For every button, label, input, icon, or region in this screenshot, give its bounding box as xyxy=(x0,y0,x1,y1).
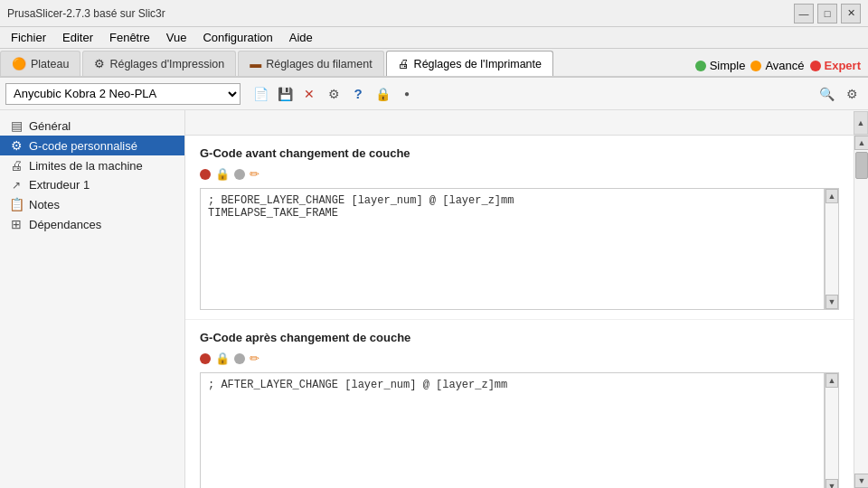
sidebar-item-extrudeur[interactable]: ↗ Extrudeur 1 xyxy=(0,175,184,194)
tab-impression[interactable]: ⚙ Réglages d'Impression xyxy=(82,51,236,76)
settings-icon[interactable]: ⚙ xyxy=(323,83,344,105)
tab-plateau-label: Plateau xyxy=(31,58,69,70)
section-after-layer: G-Code après changement de couche 🔒 ✏ ; … xyxy=(185,320,854,488)
tab-impression-label: Réglages d'Impression xyxy=(109,58,224,70)
code-scroll-up-before[interactable]: ▲ xyxy=(826,189,838,203)
section-after-code[interactable]: ; AFTER_LAYER_CHANGE [layer_num] @ [laye… xyxy=(200,372,825,488)
sidebar-item-gcode[interactable]: ⚙ G-code personnalisé xyxy=(0,136,184,155)
section-before-code[interactable]: ; BEFORE_LAYER_CHANGE [layer_num] @ [lay… xyxy=(200,188,825,310)
help-icon[interactable]: ? xyxy=(347,83,369,105)
section-before-layer: G-Code avant changement de couche 🔒 ✏ ; … xyxy=(185,136,854,320)
code-scrollbar-after: ▲ ▼ xyxy=(825,372,839,488)
minimize-button[interactable]: — xyxy=(794,4,814,23)
search-icon[interactable]: 🔍 xyxy=(816,83,837,105)
sidebar-label-general: Général xyxy=(29,119,71,133)
search-toolbar: 🔍 ⚙ xyxy=(816,83,863,105)
toolbar: Anycubic Kobra 2 Neo-PLA 📄 💾 ✕ ⚙ ? 🔒 ● 🔍… xyxy=(0,78,868,110)
section-after-gray-dot[interactable] xyxy=(234,353,245,364)
section-before-red-dot[interactable] xyxy=(200,169,211,180)
code-scroll-track-before xyxy=(826,203,838,295)
mode-avance-label: Avancé xyxy=(765,59,804,72)
delete-icon[interactable]: ✕ xyxy=(298,83,320,105)
sidebar-label-dependances: Dépendances xyxy=(29,218,101,231)
avance-dot xyxy=(750,61,761,71)
sidebar-item-dependances[interactable]: ⊞ Dépendances xyxy=(0,214,184,234)
scroll-up-arrow[interactable]: ▲ xyxy=(854,111,868,135)
limites-icon: 🖨 xyxy=(9,158,24,173)
app-title: PrusaSlicer-2.7.3 basé sur Slic3r xyxy=(7,7,165,20)
notes-icon: 📋 xyxy=(9,197,24,211)
menu-aide[interactable]: Aide xyxy=(282,29,320,46)
mode-simple-label: Simple xyxy=(710,59,746,72)
close-button[interactable]: ✕ xyxy=(841,4,861,23)
profile-select[interactable]: Anycubic Kobra 2 Neo-PLA xyxy=(5,83,241,105)
tab-filament-label: Réglages du filament xyxy=(266,58,372,70)
mode-simple[interactable]: Simple xyxy=(695,59,746,72)
section-after-lock[interactable]: 🔒 xyxy=(215,352,230,365)
tab-imprimante[interactable]: 🖨 Réglages de l'Imprimante xyxy=(386,51,553,76)
maximize-button[interactable]: □ xyxy=(817,4,837,23)
menu-fenetre[interactable]: Fenêtre xyxy=(102,29,157,46)
section-after-title: G-Code après changement de couche xyxy=(200,331,839,344)
section-before-code-wrapper: ; BEFORE_LAYER_CHANGE [layer_num] @ [lay… xyxy=(200,188,839,310)
toolbar-icons: 📄 💾 ✕ ⚙ ? 🔒 ● xyxy=(250,83,418,105)
right-panel: ▲ G-Code avant changement de couche 🔒 ✏ … xyxy=(185,110,868,488)
mode-expert-label: Expert xyxy=(825,59,861,72)
sidebar-item-notes[interactable]: 📋 Notes xyxy=(0,194,184,214)
code-scroll-up-after[interactable]: ▲ xyxy=(826,373,838,388)
expert-dot xyxy=(810,61,821,71)
code-scroll-track-after xyxy=(826,388,838,479)
tab-filament[interactable]: ▬ Réglages du filament xyxy=(238,51,383,76)
menu-fichier[interactable]: Fichier xyxy=(4,29,53,46)
sidebar-label-gcode: G-code personnalisé xyxy=(29,139,137,153)
main-scroll-down[interactable]: ▼ xyxy=(854,474,868,488)
main-scroll-up[interactable]: ▲ xyxy=(854,136,868,150)
section-before-gray-dot[interactable] xyxy=(234,169,245,180)
mode-bar: Simple Avancé Expert xyxy=(695,59,868,76)
tab-imprimante-label: Réglages de l'Imprimante xyxy=(414,58,542,70)
main-content: ▤ Général ⚙ G-code personnalisé 🖨 Limite… xyxy=(0,110,868,488)
sidebar-label-limites: Limites de la machine xyxy=(29,159,143,173)
extrudeur-icon: ↗ xyxy=(9,179,24,192)
main-scroll-track xyxy=(854,150,868,474)
main-scroll-thumb[interactable] xyxy=(855,152,868,179)
menu-bar: Fichier Editer Fenêtre Vue Configuration… xyxy=(0,27,868,49)
section-before-lock[interactable]: 🔒 xyxy=(215,167,230,181)
far-right-scrollbar: ▲ ▼ xyxy=(854,136,868,488)
sidebar-item-general[interactable]: ▤ Général xyxy=(0,116,184,136)
save-icon[interactable]: 💾 xyxy=(274,83,296,105)
section-before-edit[interactable]: ✏ xyxy=(250,167,259,181)
advanced-settings-icon[interactable]: ⚙ xyxy=(841,83,863,105)
sidebar-label-notes: Notes xyxy=(29,198,60,211)
code-scrollbar-before: ▲ ▼ xyxy=(825,188,839,310)
tab-plateau[interactable]: 🟠 Plateau xyxy=(0,51,80,76)
panel-content: G-Code avant changement de couche 🔒 ✏ ; … xyxy=(185,136,854,488)
menu-editer[interactable]: Editer xyxy=(55,29,100,46)
menu-configuration[interactable]: Configuration xyxy=(195,29,279,46)
section-before-controls: 🔒 ✏ xyxy=(200,167,839,181)
section-after-code-wrapper: ; AFTER_LAYER_CHANGE [layer_num] @ [laye… xyxy=(200,372,839,488)
mode-expert[interactable]: Expert xyxy=(810,59,861,72)
sidebar-item-limites[interactable]: 🖨 Limites de la machine xyxy=(0,155,184,175)
code-scroll-down-after[interactable]: ▼ xyxy=(826,479,838,488)
general-icon: ▤ xyxy=(9,118,24,133)
simple-dot xyxy=(695,61,706,71)
window-controls: — □ ✕ xyxy=(794,4,861,23)
mode-avance[interactable]: Avancé xyxy=(750,59,804,72)
sidebar-label-extrudeur: Extrudeur 1 xyxy=(29,178,90,192)
gcode-icon: ⚙ xyxy=(9,138,24,153)
code-scroll-down-before[interactable]: ▼ xyxy=(826,295,838,309)
sidebar: ▤ Général ⚙ G-code personnalisé 🖨 Limite… xyxy=(0,110,185,488)
section-after-controls: 🔒 ✏ xyxy=(200,352,839,365)
new-icon[interactable]: 📄 xyxy=(250,83,271,105)
tab-bar: 🟠 Plateau ⚙ Réglages d'Impression ▬ Régl… xyxy=(0,49,868,78)
dependances-icon: ⊞ xyxy=(9,217,24,231)
menu-vue[interactable]: Vue xyxy=(159,29,194,46)
lock-icon[interactable]: 🔒 xyxy=(372,83,393,105)
dot-icon: ● xyxy=(396,83,418,105)
section-after-red-dot[interactable] xyxy=(200,353,211,364)
title-bar: PrusaSlicer-2.7.3 basé sur Slic3r — □ ✕ xyxy=(0,0,868,27)
section-after-edit[interactable]: ✏ xyxy=(250,352,259,365)
panel-with-scroll: G-Code avant changement de couche 🔒 ✏ ; … xyxy=(185,136,868,488)
section-before-title: G-Code avant changement de couche xyxy=(200,146,839,160)
